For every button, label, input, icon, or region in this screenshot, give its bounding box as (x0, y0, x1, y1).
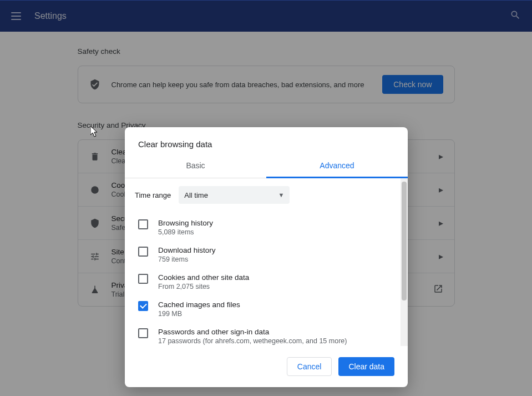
dialog-title: Clear browsing data (125, 127, 408, 154)
option-title: Cached images and files (158, 300, 394, 309)
dialog-footer: Cancel Clear data (125, 346, 408, 387)
checkbox[interactable] (138, 328, 148, 338)
cancel-button[interactable]: Cancel (287, 357, 332, 376)
time-range-label: Time range (135, 191, 171, 199)
option-sub: 199 MB (158, 310, 394, 318)
option-browsing-history[interactable]: Browsing history5,089 items (135, 214, 394, 241)
checkbox[interactable] (138, 247, 148, 257)
option-passwords[interactable]: Passwords and other sign-in data17 passw… (135, 323, 394, 346)
checkbox[interactable] (138, 274, 148, 284)
checkbox-list: Browsing history5,089 items Download his… (135, 212, 394, 346)
option-title: Browsing history (158, 219, 394, 227)
tab-basic[interactable]: Basic (125, 154, 266, 178)
checkbox[interactable] (138, 301, 148, 311)
time-range-select[interactable]: All time ▼ (179, 186, 290, 204)
option-title: Passwords and other sign-in data (158, 328, 394, 336)
option-cookies[interactable]: Cookies and other site dataFrom 2,075 si… (135, 268, 394, 295)
option-title: Download history (158, 246, 394, 254)
dropdown-arrow-icon: ▼ (278, 192, 284, 198)
option-sub: 17 passwords (for ahrefs.com, wethegeek.… (158, 337, 394, 345)
dialog-body: Time range All time ▼ Browsing history5,… (125, 178, 408, 346)
scrollbar-thumb[interactable] (402, 182, 407, 300)
option-sub: From 2,075 sites (158, 283, 394, 290)
clear-data-button[interactable]: Clear data (338, 357, 394, 376)
option-title: Cookies and other site data (158, 273, 394, 282)
time-range-row: Time range All time ▼ (135, 178, 394, 212)
option-download-history[interactable]: Download history759 items (135, 241, 394, 268)
clear-browsing-data-dialog: Clear browsing data Basic Advanced Time … (125, 127, 408, 387)
option-sub: 5,089 items (158, 228, 394, 236)
option-cached[interactable]: Cached images and files199 MB (135, 295, 394, 323)
option-sub: 759 items (158, 255, 394, 263)
tab-advanced[interactable]: Advanced (266, 154, 408, 178)
time-range-value: All time (184, 191, 208, 199)
checkbox[interactable] (138, 219, 148, 229)
dialog-tabs: Basic Advanced (125, 154, 408, 178)
